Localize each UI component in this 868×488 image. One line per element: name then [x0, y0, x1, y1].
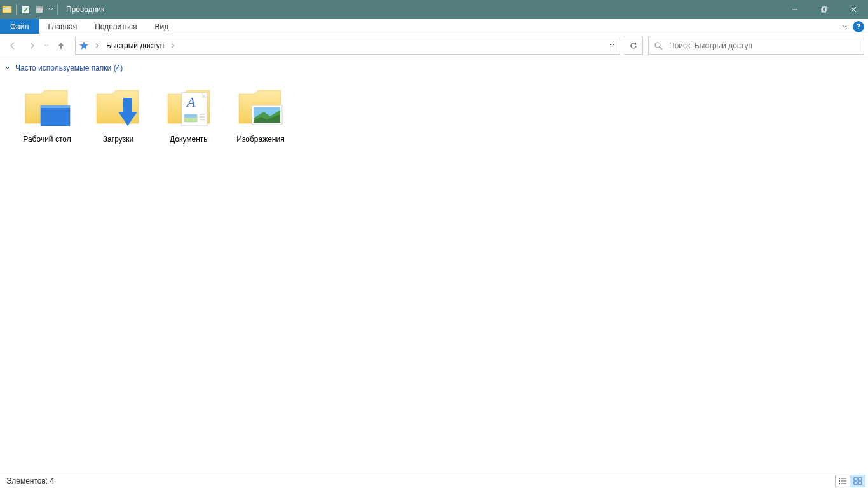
nav-back-button[interactable]: [4, 37, 22, 55]
svg-rect-36: [839, 483, 840, 484]
folder-item-label: Изображения: [236, 135, 284, 145]
folder-item-label: Загрузки: [103, 135, 133, 145]
maximize-button[interactable]: [810, 0, 839, 19]
navigation-row: Быстрый доступ: [0, 34, 868, 57]
view-largeicons-button[interactable]: [850, 475, 865, 487]
svg-rect-3: [22, 6, 29, 13]
nav-recent-caret-icon[interactable]: [42, 37, 51, 55]
svg-rect-24: [184, 114, 197, 118]
svg-point-13: [655, 43, 660, 48]
address-chevron-icon-2[interactable]: [168, 37, 178, 54]
content-area: Часто используемые папки (4) Рабочий сто…: [0, 57, 868, 473]
svg-text:A: A: [186, 94, 196, 110]
folder-item-desktop[interactable]: Рабочий стол: [11, 78, 83, 151]
folder-item-downloads[interactable]: Загрузки: [83, 78, 154, 151]
qat-customize-caret-icon[interactable]: [46, 0, 55, 19]
folder-item-label: Документы: [170, 135, 209, 145]
refresh-button[interactable]: [624, 37, 643, 55]
app-icon: [0, 0, 14, 19]
nav-forward-button[interactable]: [23, 37, 41, 55]
view-details-button[interactable]: [835, 475, 850, 487]
qat-separator-2: [57, 4, 58, 15]
svg-rect-5: [36, 6, 43, 8]
window-title: Проводник: [66, 5, 104, 14]
tab-home[interactable]: Главная: [39, 19, 86, 34]
tab-view[interactable]: Вид: [146, 19, 177, 34]
svg-rect-8: [823, 7, 827, 11]
status-count-label: Элементов: 4: [6, 477, 54, 485]
address-bar[interactable]: Быстрый доступ: [75, 37, 620, 55]
qat-newfolder-icon[interactable]: [32, 0, 46, 19]
group-header-label: Часто используемые папки (4): [15, 64, 123, 72]
svg-rect-41: [858, 482, 862, 484]
folder-desktop-icon: [22, 81, 72, 132]
folder-pictures-icon: [235, 81, 286, 132]
ribbon-tabs: Файл Главная Поделиться Вид ?: [0, 19, 868, 34]
title-left-group: Проводник: [0, 0, 104, 19]
svg-marker-12: [634, 43, 636, 45]
svg-rect-2: [3, 8, 11, 8]
nav-up-button[interactable]: [52, 37, 70, 55]
address-root-segment: Быстрый доступ: [76, 37, 178, 54]
group-header[interactable]: Часто используемые папки (4): [4, 61, 868, 78]
svg-rect-7: [822, 8, 826, 13]
svg-rect-34: [839, 480, 840, 482]
ribbon-collapse-caret-icon[interactable]: [840, 22, 849, 31]
folder-documents-icon: A: [164, 81, 215, 132]
tab-file[interactable]: Файл: [0, 19, 39, 34]
folder-item-pictures[interactable]: Изображения: [225, 78, 296, 151]
window-controls: [780, 0, 868, 19]
svg-rect-39: [858, 478, 862, 480]
help-button[interactable]: ?: [853, 21, 864, 32]
svg-line-14: [660, 47, 662, 50]
address-chevron-icon[interactable]: [92, 37, 102, 54]
quick-access-icon: [76, 37, 92, 54]
search-input[interactable]: [668, 41, 858, 51]
folder-item-label: Рабочий стол: [23, 135, 71, 145]
title-bar: Проводник: [0, 0, 868, 19]
qat-separator: [16, 4, 17, 15]
svg-rect-18: [123, 98, 132, 112]
svg-rect-40: [854, 482, 857, 484]
tab-share[interactable]: Поделиться: [86, 19, 146, 34]
svg-rect-15: [41, 105, 70, 126]
folder-item-documents[interactable]: A Документы: [154, 78, 225, 151]
minimize-button[interactable]: [780, 0, 810, 19]
ribbon-spacer: [177, 19, 840, 34]
svg-rect-17: [41, 105, 70, 108]
address-root-label[interactable]: Быстрый доступ: [102, 37, 168, 54]
svg-marker-11: [79, 41, 88, 50]
qat-properties-icon[interactable]: [18, 0, 32, 19]
view-toggle: [835, 475, 865, 487]
ribbon-right-group: ?: [840, 19, 868, 34]
items-grid: Рабочий стол Загрузки: [4, 78, 868, 151]
folder-downloads-icon: [93, 81, 144, 132]
search-box[interactable]: [648, 37, 864, 55]
close-button[interactable]: [839, 0, 868, 19]
status-bar: Элементов: 4: [0, 473, 868, 488]
svg-rect-38: [854, 478, 857, 480]
search-icon: [654, 41, 663, 50]
svg-rect-32: [839, 478, 840, 479]
address-history-dropdown[interactable]: [603, 37, 620, 54]
group-collapse-chevron-icon: [4, 64, 11, 72]
